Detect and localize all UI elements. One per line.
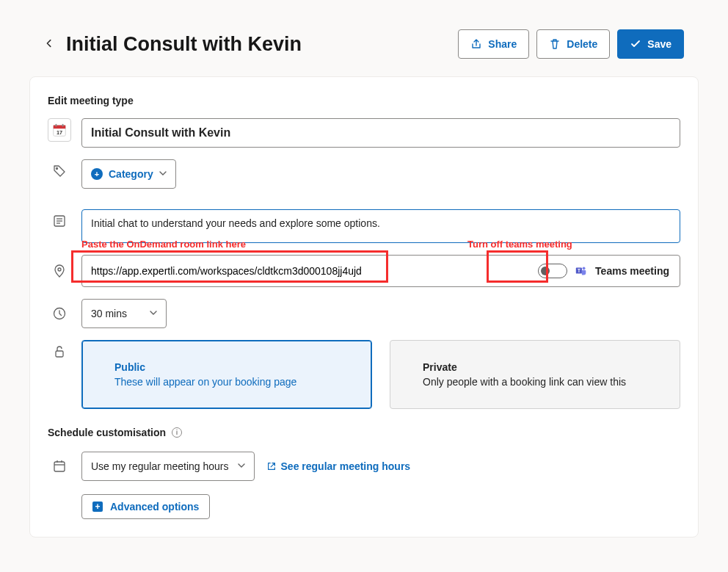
see-hours-link[interactable]: See regular meeting hours	[266, 460, 411, 472]
svg-point-10	[58, 268, 61, 271]
svg-point-5	[57, 168, 58, 170]
public-title: Public	[114, 361, 339, 373]
svg-rect-16	[54, 462, 65, 471]
chevron-down-icon	[150, 308, 157, 319]
schedule-label: Schedule customisation	[48, 427, 166, 438]
category-label: Category	[109, 168, 153, 180]
chevron-down-icon	[159, 169, 167, 179]
teams-label: Teams meeting	[595, 265, 669, 277]
location-input[interactable]	[82, 256, 528, 286]
private-desc: Only people with a booking link can view…	[423, 376, 647, 388]
svg-rect-1	[54, 126, 66, 129]
check-icon	[630, 38, 641, 50]
save-label: Save	[647, 38, 671, 50]
back-icon[interactable]	[44, 37, 54, 52]
plus-square-icon: +	[92, 502, 103, 512]
category-dropdown[interactable]: + Category	[81, 159, 176, 189]
duration-dropdown[interactable]: 30 mins	[81, 299, 167, 328]
share-label: Share	[488, 38, 517, 50]
share-button[interactable]: Share	[458, 29, 529, 59]
description-icon	[48, 209, 71, 233]
svg-rect-15	[56, 351, 63, 357]
info-icon[interactable]: i	[172, 427, 182, 438]
teams-toggle[interactable]	[538, 264, 567, 278]
svg-text:T: T	[578, 268, 580, 273]
location-icon	[48, 259, 71, 283]
section-label: Edit meeting type	[48, 95, 680, 106]
share-icon	[470, 38, 482, 50]
svg-text:17: 17	[57, 129, 62, 136]
teams-icon: T	[575, 264, 588, 278]
svg-rect-2	[56, 124, 57, 127]
save-button[interactable]: Save	[617, 29, 684, 59]
svg-rect-3	[62, 124, 64, 127]
clock-icon	[48, 302, 71, 325]
advanced-label: Advanced options	[110, 501, 199, 513]
delete-label: Delete	[567, 38, 597, 50]
visibility-private-card[interactable]: Private Only people with a booking link …	[390, 340, 680, 409]
page-title: Initial Consult with Kevin	[66, 33, 302, 56]
chevron-down-icon	[238, 461, 245, 471]
description-input[interactable]: Initial chat to understand your needs an…	[81, 209, 680, 243]
public-desc: These will appear on your booking page	[114, 376, 339, 388]
lock-icon	[48, 340, 71, 363]
private-title: Private	[423, 361, 647, 373]
duration-value: 30 mins	[91, 308, 127, 319]
external-link-icon	[266, 461, 277, 471]
hours-value: Use my regular meeting hours	[91, 460, 229, 472]
see-hours-label: See regular meeting hours	[281, 460, 411, 472]
schedule-icon	[48, 455, 71, 478]
plus-icon: +	[91, 168, 103, 180]
tag-icon	[48, 159, 71, 183]
advanced-options-button[interactable]: + Advanced options	[81, 494, 210, 519]
meeting-hours-dropdown[interactable]: Use my regular meeting hours	[81, 452, 255, 481]
delete-button[interactable]: Delete	[536, 29, 610, 59]
calendar-icon[interactable]: 17	[48, 118, 71, 142]
form-card: Edit meeting type 17 + Category	[29, 76, 699, 537]
trash-icon	[549, 38, 561, 50]
visibility-public-card[interactable]: Public These will appear on your booking…	[81, 340, 372, 409]
svg-point-13	[583, 267, 586, 269]
meeting-title-input[interactable]	[81, 118, 680, 148]
